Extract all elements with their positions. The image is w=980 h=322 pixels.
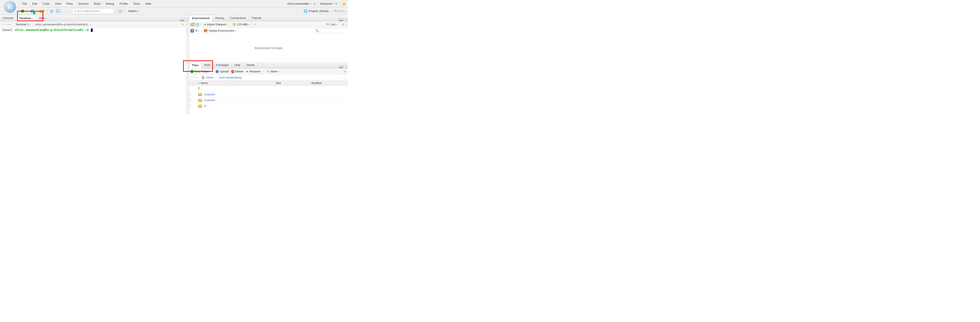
quit-icon[interactable]: ⏻ xyxy=(342,2,346,6)
menu-file[interactable]: File xyxy=(20,0,30,7)
plus-icon: + xyxy=(191,70,194,73)
menu-profile[interactable]: Profile xyxy=(117,0,130,7)
new-folder-button[interactable]: + New Folder xyxy=(191,70,209,73)
terminal-prev-button[interactable]: ⟸ xyxy=(2,22,5,27)
maximize-pane-icon[interactable] xyxy=(343,19,347,21)
terminal-next-button[interactable]: ⟹ xyxy=(7,22,11,27)
prompt-dollar: $ xyxy=(87,28,89,32)
menu-debug[interactable]: Debug xyxy=(103,0,117,7)
tab-tutorial[interactable]: Tutorial xyxy=(249,15,264,21)
clear-workspace-icon[interactable]: ✐ xyxy=(254,23,256,26)
gear-icon: ⚙ xyxy=(267,70,270,73)
terminal-body[interactable]: (base) chris.vanoevelen@hu-p-bioinformat… xyxy=(0,28,189,114)
file-row[interactable]: module2 xyxy=(189,97,348,103)
terminal-selector[interactable]: Terminal 1 ▾ xyxy=(15,23,30,26)
load-workspace-icon[interactable] xyxy=(191,23,194,26)
import-dataset-menu[interactable]: ➜ Import Dataset ▾ xyxy=(204,23,228,26)
chevron-down-icon[interactable]: ▾ xyxy=(346,23,347,26)
row-checkbox[interactable] xyxy=(191,104,191,108)
refresh-files-icon[interactable]: ⟳ xyxy=(344,70,347,73)
print-button[interactable] xyxy=(64,8,69,14)
upload-button[interactable]: ↑ Upload xyxy=(216,70,229,73)
r-version-menu[interactable]: R 4.1.2 ▾ xyxy=(334,10,346,13)
menu-plots[interactable]: Plots xyxy=(64,0,75,7)
language-menu[interactable]: R ▾ xyxy=(195,29,199,32)
tab-terminal[interactable]: Terminal × xyxy=(16,15,36,21)
project-menu[interactable]: Project: (None) ▾ xyxy=(309,10,330,13)
menu-build[interactable]: Build xyxy=(91,0,103,7)
tab-connections[interactable]: Connections xyxy=(227,15,249,21)
breadcrumb-root[interactable]: / xyxy=(195,76,196,79)
tab-files[interactable]: Files xyxy=(189,62,202,69)
goto-arrow-icon: ➔ xyxy=(74,10,76,13)
minimize-pane-icon[interactable] xyxy=(180,19,183,21)
save-all-button[interactable] xyxy=(55,8,60,14)
tab-environment[interactable]: Environment xyxy=(189,15,213,21)
file-name[interactable]: R xyxy=(204,104,206,108)
memory-usage-menu[interactable]: 125 MiB ▾ xyxy=(237,23,249,26)
env-search-input[interactable]: 🔍 xyxy=(313,28,347,33)
sessions-menu[interactable]: Sessions ▾ xyxy=(320,2,334,5)
path-more-button[interactable]: … xyxy=(344,76,347,79)
save-button[interactable] xyxy=(49,8,54,14)
close-icon[interactable]: × xyxy=(46,17,47,19)
file-row[interactable]: R xyxy=(189,103,348,109)
col-name[interactable]: ▲ Name xyxy=(197,81,274,84)
maximize-pane-icon[interactable] xyxy=(343,65,347,68)
tab-help[interactable]: Help xyxy=(232,62,243,68)
scroll-up-icon[interactable]: ▴ xyxy=(186,28,189,31)
pane-layout-button[interactable]: ▾ xyxy=(117,8,123,14)
new-file-button[interactable]: +▾ xyxy=(20,8,26,14)
chevron-down-icon: ▾ xyxy=(329,11,330,13)
breadcrumb-user[interactable]: rene.vanderploeg xyxy=(219,76,242,79)
environment-scope-menu[interactable]: Global Environment ▾ xyxy=(209,29,236,32)
tab-viewer[interactable]: Viewer xyxy=(243,62,258,68)
tab-plots[interactable]: Plots xyxy=(202,62,213,68)
home-icon[interactable]: ⌂ xyxy=(310,2,312,5)
view-mode-menu[interactable]: List ▾ xyxy=(331,23,337,26)
file-row[interactable]: module1 xyxy=(189,92,348,97)
tab-jobs[interactable]: Jobs × xyxy=(36,15,50,21)
refresh-icon[interactable]: ⟳ xyxy=(342,23,344,26)
file-name[interactable]: module2 xyxy=(204,99,215,102)
rename-button[interactable]: ➔ Rename xyxy=(246,70,260,73)
minimize-pane-icon[interactable] xyxy=(339,65,342,68)
addins-label: Addins xyxy=(128,10,137,13)
save-workspace-icon[interactable] xyxy=(196,23,199,26)
tab-history[interactable]: History xyxy=(213,15,227,21)
open-file-button[interactable]: ➚▾ xyxy=(39,8,45,14)
addins-menu[interactable]: Addins ▾ xyxy=(127,8,140,14)
row-checkbox[interactable] xyxy=(191,92,191,96)
goto-file-input[interactable]: ➔ Go to file/function xyxy=(72,8,114,14)
tab-console[interactable]: Console xyxy=(0,15,16,21)
row-checkbox[interactable] xyxy=(191,98,191,102)
delete-button[interactable]: ✕ Delete xyxy=(231,70,243,73)
col-size[interactable]: Size xyxy=(274,81,310,84)
more-menu[interactable]: ⚙ More ▾ xyxy=(267,70,279,73)
menu-code[interactable]: Code xyxy=(40,0,52,7)
tab-jobs-label: Jobs xyxy=(39,16,45,20)
select-all-checkbox[interactable] xyxy=(191,76,194,79)
close-icon[interactable]: × xyxy=(32,17,33,20)
menu-view[interactable]: View xyxy=(52,0,64,7)
breadcrumb-home[interactable]: home xyxy=(206,76,213,79)
chevron-down-icon: ▾ xyxy=(336,24,337,26)
new-project-button[interactable]: + xyxy=(30,8,35,14)
menu-edit[interactable]: Edit xyxy=(30,0,40,7)
maximize-pane-icon[interactable] xyxy=(184,19,188,21)
minimize-pane-icon[interactable] xyxy=(339,19,342,21)
close-terminal-icon[interactable]: × xyxy=(186,23,188,26)
clear-terminal-icon[interactable]: ✎ xyxy=(181,23,184,26)
menu-session[interactable]: Session xyxy=(75,0,91,7)
file-name[interactable]: module1 xyxy=(204,93,215,96)
col-modified[interactable]: Modified xyxy=(310,81,348,84)
session-suspend-icon[interactable]: ❄ xyxy=(335,2,338,5)
tab-packages[interactable]: Packages xyxy=(213,62,232,68)
scrollbar[interactable]: ▴ xyxy=(186,28,189,114)
env-pane-tabs: Environment History Connections Tutorial xyxy=(189,15,348,21)
logout-icon[interactable]: ⎋ xyxy=(313,2,315,5)
terminal-cursor xyxy=(91,29,93,32)
file-row-up[interactable]: ⤴ .. xyxy=(189,86,348,92)
menu-help[interactable]: Help xyxy=(143,0,154,7)
menu-tools[interactable]: Tools xyxy=(130,0,143,7)
